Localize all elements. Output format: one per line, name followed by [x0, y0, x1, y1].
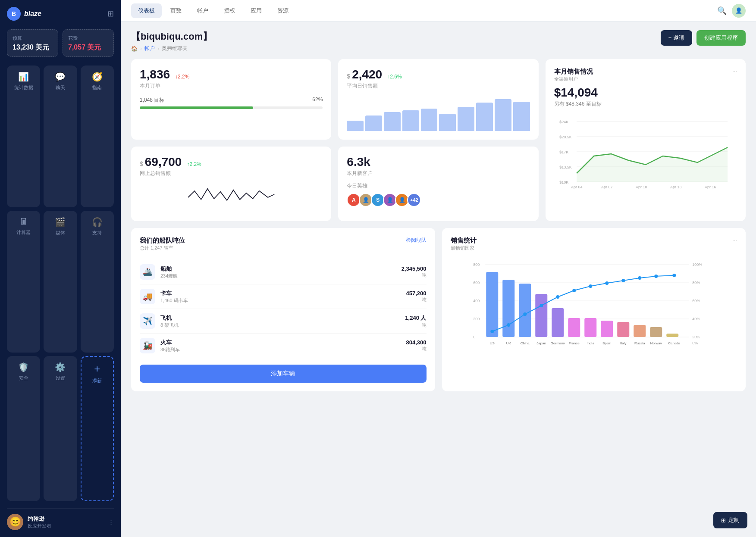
sidebar-item-settings[interactable]: ⚙️ 设置: [44, 356, 77, 501]
tab-resources[interactable]: 资源: [270, 3, 295, 18]
svg-rect-35: [634, 325, 646, 337]
user-menu-icon[interactable]: ⋮: [108, 519, 114, 525]
tab-pages[interactable]: 页数: [163, 3, 188, 18]
search-icon[interactable]: 🔍: [717, 6, 727, 16]
fleet-item-plane: ✈️ 飞机 8 架飞机 1,240 人 吨: [140, 309, 427, 334]
tab-dashboard[interactable]: 仪表板: [131, 3, 162, 18]
nav-grid: 📊 统计数据 💬 聊天 🧭 指南 🖩 计算器 🎬 媒体 🎧 支持 🛡️ 安全: [7, 66, 114, 501]
main-area: 仪表板 页数 帐户 授权 应用 资源 🔍 👤 【biqubiqu.com】 🏠 …: [121, 0, 756, 537]
media-label: 媒体: [56, 230, 65, 236]
progress-bar: [140, 106, 323, 109]
bar-8: [476, 103, 493, 131]
stats-icon: 📊: [18, 72, 29, 82]
online-dollar: $: [140, 160, 143, 167]
svg-point-44: [589, 284, 592, 288]
ship-unit: 吨: [402, 272, 427, 278]
online-change: ↑2.2%: [187, 161, 201, 167]
sales-stats-title-area: 销售统计 最畅销国家: [451, 237, 477, 256]
svg-text:Apr 07: Apr 07: [601, 185, 613, 189]
budget-value: 13,230 美元: [13, 43, 53, 51]
sales-subtitle: 全渠道用户: [554, 76, 593, 82]
bar-6: [439, 114, 456, 131]
sales-chart-header: 本月销售情况 全渠道用户 ···: [554, 68, 737, 82]
sidebar-item-stats[interactable]: 📊 统计数据: [7, 66, 40, 207]
fleet-item-train: 🚂 火车 36路列车 804,300 吨: [140, 334, 427, 358]
sidebar-item-chat[interactable]: 💬 聊天: [44, 66, 77, 207]
topnav-actions: 🔍 👤: [717, 4, 746, 18]
svg-rect-36: [650, 327, 662, 337]
svg-text:Germany: Germany: [550, 341, 565, 345]
svg-rect-27: [502, 280, 514, 337]
orders-change: ↓2.2%: [175, 74, 189, 80]
svg-text:40%: 40%: [692, 317, 700, 321]
avg-sales-value: 2,420: [352, 68, 382, 81]
fleet-title-area: 我们的船队吨位 总计 1,247 辆车: [140, 237, 185, 258]
bar-3: [384, 112, 401, 131]
user-avatar-btn[interactable]: 👤: [732, 4, 746, 18]
breadcrumb-home-icon: 🏠: [131, 46, 138, 52]
customize-button[interactable]: ⊞ 定制: [713, 512, 747, 528]
svg-text:Apr 04: Apr 04: [571, 185, 583, 189]
train-icon: 🚂: [140, 338, 155, 353]
breadcrumb-current: 奥弗维耶夫: [162, 45, 188, 52]
truck-count: 1,460 码卡车: [160, 297, 401, 304]
media-icon: 🎬: [55, 217, 66, 227]
budget-card: 预算 13,230 美元: [7, 29, 58, 57]
bar-chart-svg: 800 600 400 200 0: [451, 258, 737, 353]
new-customers-card: 6.3k 本月新客户 今日英雄 A 👤 S 👤 👤 +42: [338, 147, 538, 221]
more-icon[interactable]: ···: [732, 68, 737, 74]
progress-header: 1,048 目标 62%: [140, 97, 323, 104]
sidebar-item-support[interactable]: 🎧 支持: [81, 211, 114, 353]
sidebar-item-media[interactable]: 🎬 媒体: [44, 211, 77, 353]
new-customers-label: 本月新客户: [347, 170, 530, 177]
fleet-header: 我们的船队吨位 总计 1,247 辆车 检阅舰队: [140, 237, 427, 258]
orders-label: 本月订单: [140, 82, 323, 90]
svg-point-40: [523, 312, 527, 316]
menu-icon[interactable]: ⊞: [107, 9, 114, 19]
user-info: 😊 约翰逊 反应开发者: [7, 514, 51, 530]
svg-marker-10: [577, 147, 728, 182]
bar-chart-area: 800 600 400 200 0: [451, 258, 737, 353]
svg-text:US: US: [489, 341, 494, 345]
svg-text:Italy: Italy: [620, 341, 626, 345]
bar-10: [513, 102, 530, 131]
svg-text:$20.5K: $20.5K: [559, 135, 572, 139]
svg-rect-31: [568, 318, 580, 337]
line-chart-svg: $24K $20.5K $17K $13.5K $10K Apr 04 Apr …: [554, 113, 737, 190]
progress-fill: [140, 106, 253, 109]
hero-more: +42: [407, 193, 421, 207]
svg-text:$17K: $17K: [559, 150, 568, 154]
breadcrumb-accounts[interactable]: 帐户: [144, 45, 155, 52]
settings-label: 设置: [56, 375, 65, 381]
sidebar-item-security[interactable]: 🛡️ 安全: [7, 356, 40, 501]
calc-icon: 🖩: [19, 217, 28, 227]
topnav-tabs: 仪表板 页数 帐户 授权 应用 资源: [131, 3, 295, 18]
svg-rect-30: [552, 308, 564, 337]
add-vehicle-button[interactable]: 添加车辆: [140, 365, 427, 383]
svg-point-41: [540, 304, 543, 307]
avatar: 😊: [7, 514, 23, 530]
page-header: 【biqubiqu.com】 🏠 › 帐户 › 奥弗维耶夫 + 邀请 创建应用程…: [131, 30, 746, 52]
invite-button[interactable]: + 邀请: [661, 30, 692, 46]
orders-card: 1,836 ↓2.2% 本月订单 1,048 目标 62%: [131, 59, 331, 140]
svg-text:Apr 16: Apr 16: [705, 185, 716, 189]
fleet-link[interactable]: 检阅舰队: [406, 237, 427, 244]
train-unit: 吨: [406, 346, 427, 352]
train-name: 火车: [160, 339, 401, 347]
sales-stats-more-icon[interactable]: ···: [732, 237, 737, 243]
create-app-button[interactable]: 创建应用程序: [696, 30, 746, 46]
logo: B blaze: [7, 7, 41, 21]
fleet-subtitle: 总计 1,247 辆车: [140, 245, 185, 251]
tab-apps[interactable]: 应用: [244, 3, 269, 18]
online-label: 网上总销售额: [140, 170, 323, 177]
sidebar-item-guide[interactable]: 🧭 指南: [81, 66, 114, 207]
tab-auth[interactable]: 授权: [217, 3, 242, 18]
svg-point-46: [621, 279, 625, 282]
svg-point-38: [490, 330, 494, 333]
sidebar-item-add[interactable]: + 添新: [81, 356, 114, 501]
svg-rect-26: [486, 272, 498, 337]
sidebar-footer: 😊 约翰逊 反应开发者 ⋮: [7, 508, 114, 530]
svg-point-47: [638, 276, 641, 280]
sidebar-item-calculator[interactable]: 🖩 计算器: [7, 211, 40, 353]
tab-accounts[interactable]: 帐户: [190, 3, 215, 18]
